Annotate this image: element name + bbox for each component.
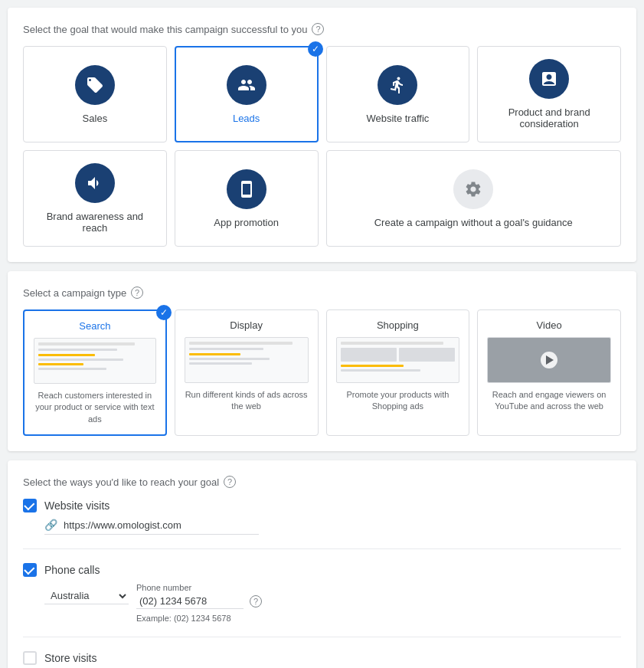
no-goal-icon bbox=[453, 169, 493, 209]
reach-options: Website visits 🔗 Phone calls Australia U… bbox=[23, 499, 621, 668]
campaign-card-display[interactable]: Display Run different kinds of ads acros… bbox=[175, 309, 319, 436]
phone-calls-header: Phone calls bbox=[23, 563, 621, 577]
website-traffic-icon bbox=[378, 65, 417, 105]
goal-card-brand-awareness[interactable]: Brand awareness and reach bbox=[23, 150, 167, 247]
link-icon: 🔗 bbox=[44, 519, 57, 531]
reach-section: Select the ways you'd like to reach your… bbox=[8, 460, 636, 668]
leads-icon bbox=[227, 65, 266, 105]
phone-section: Australia United States United Kingdom P… bbox=[44, 583, 621, 623]
campaign-grid: ✓ Search Reach customers interested in y… bbox=[23, 309, 621, 436]
search-campaign-desc: Reach customers interested in your produ… bbox=[34, 390, 156, 425]
product-brand-icon bbox=[529, 59, 569, 99]
phone-input-row: ? bbox=[136, 594, 262, 609]
video-preview bbox=[487, 337, 611, 383]
goal-card-leads[interactable]: ✓ Leads bbox=[175, 46, 319, 142]
phone-calls-checkbox[interactable] bbox=[23, 563, 37, 577]
website-traffic-label: Website traffic bbox=[366, 113, 429, 124]
leads-label: Leads bbox=[233, 113, 260, 124]
store-visits-checkbox[interactable] bbox=[23, 651, 37, 665]
goal-label-text: Select the goal that would make this cam… bbox=[23, 24, 307, 35]
goal-card-website-traffic[interactable]: Website traffic bbox=[326, 46, 470, 142]
app-promotion-label: App promotion bbox=[214, 217, 279, 228]
website-visits-header: Website visits bbox=[23, 499, 621, 512]
brand-awareness-icon bbox=[75, 163, 115, 203]
shopping-preview bbox=[336, 337, 460, 383]
brand-awareness-label: Brand awareness and reach bbox=[33, 211, 157, 234]
campaign-section-label: Select a campaign type ? bbox=[23, 287, 621, 299]
reach-option-phone-calls: Phone calls Australia United States Unit… bbox=[23, 563, 621, 623]
reach-label-text: Select the ways you'd like to reach your… bbox=[23, 476, 219, 488]
store-visits-label: Store visits bbox=[44, 652, 96, 664]
goal-grid: Sales ✓ Leads Website traffic Product an… bbox=[23, 46, 621, 247]
campaign-help-icon[interactable]: ? bbox=[131, 287, 143, 299]
campaign-card-video[interactable]: Video Reach and engage viewers on YouTub… bbox=[477, 309, 621, 436]
reach-option-website-visits: Website visits 🔗 bbox=[23, 499, 621, 535]
video-campaign-desc: Reach and engage viewers on YouTube and … bbox=[487, 389, 611, 413]
store-visits-header: Store visits bbox=[23, 651, 621, 665]
campaign-section: Select a campaign type ? ✓ Search Reach … bbox=[8, 271, 636, 451]
reach-section-label: Select the ways you'd like to reach your… bbox=[23, 476, 621, 488]
url-input-row: 🔗 bbox=[44, 519, 259, 535]
campaign-card-shopping[interactable]: Shopping Promote your products with Shop… bbox=[326, 309, 470, 436]
reach-help-icon[interactable]: ? bbox=[224, 476, 236, 488]
display-campaign-desc: Run different kinds of ads across the we… bbox=[185, 389, 309, 413]
sales-label: Sales bbox=[83, 113, 108, 124]
phone-help-icon[interactable]: ? bbox=[250, 595, 262, 607]
display-preview bbox=[185, 337, 309, 383]
sales-icon bbox=[75, 65, 115, 105]
leads-checkmark: ✓ bbox=[308, 41, 323, 57]
shopping-campaign-title: Shopping bbox=[377, 319, 419, 331]
country-select[interactable]: Australia United States United Kingdom bbox=[44, 588, 129, 604]
phone-row: Australia United States United Kingdom P… bbox=[44, 583, 621, 609]
search-campaign-title: Search bbox=[79, 320, 110, 332]
goal-section: Select the goal that would make this cam… bbox=[8, 8, 636, 262]
divider-1 bbox=[23, 548, 621, 549]
app-promotion-icon bbox=[227, 169, 266, 209]
search-preview bbox=[34, 338, 156, 384]
website-visits-label: Website visits bbox=[44, 499, 110, 512]
search-checkmark: ✓ bbox=[156, 305, 172, 320]
goal-card-product-brand[interactable]: Product and brand consideration bbox=[477, 46, 621, 142]
phone-number-label: Phone number bbox=[136, 583, 262, 592]
phone-input-group: Phone number ? bbox=[136, 583, 262, 609]
divider-2 bbox=[23, 637, 621, 637]
website-visits-checkbox[interactable] bbox=[23, 499, 37, 512]
no-goal-label: Create a campaign without a goal's guida… bbox=[374, 217, 573, 228]
shopping-campaign-desc: Promote your products with Shopping ads bbox=[336, 389, 460, 413]
phone-example: Example: (02) 1234 5678 bbox=[136, 614, 621, 623]
goal-card-app-promotion[interactable]: App promotion bbox=[175, 150, 319, 247]
goal-card-no-goal[interactable]: Create a campaign without a goal's guida… bbox=[326, 150, 622, 247]
goal-card-sales[interactable]: Sales bbox=[23, 46, 167, 142]
product-brand-label: Product and brand consideration bbox=[487, 106, 611, 129]
phone-calls-label: Phone calls bbox=[44, 564, 100, 576]
video-campaign-title: Video bbox=[537, 319, 562, 331]
campaign-label-text: Select a campaign type bbox=[23, 287, 126, 299]
video-thumbnail bbox=[488, 338, 610, 382]
phone-input[interactable] bbox=[136, 594, 244, 609]
campaign-card-search[interactable]: ✓ Search Reach customers interested in y… bbox=[23, 309, 167, 436]
url-input[interactable] bbox=[64, 519, 259, 531]
display-campaign-title: Display bbox=[230, 319, 263, 331]
goal-help-icon[interactable]: ? bbox=[312, 23, 324, 35]
reach-option-store-visits: Store visits bbox=[23, 651, 621, 665]
goal-section-label: Select the goal that would make this cam… bbox=[23, 23, 621, 35]
